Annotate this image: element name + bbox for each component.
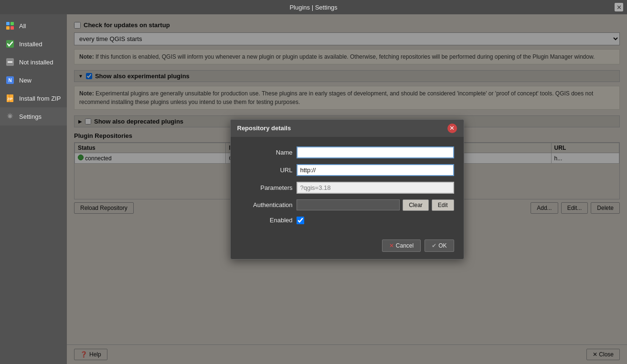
sidebar-item-not-installed[interactable]: Not installed (0, 53, 67, 71)
authentication-row: Authentication Clear Edit (240, 199, 454, 211)
svg-text:ZIP: ZIP (8, 97, 13, 101)
sidebar-label-settings: Settings (19, 113, 42, 120)
enabled-row: Enabled (240, 217, 454, 224)
installed-icon (5, 39, 15, 49)
enabled-checkbox[interactable] (297, 217, 304, 224)
modal-close-button[interactable]: ✕ (447, 124, 457, 133)
sidebar: All Installed Not installed N New ZIP In… (0, 14, 67, 364)
cancel-button[interactable]: ✕ Cancel (382, 239, 421, 252)
sidebar-item-settings[interactable]: Settings (0, 107, 67, 125)
svg-text:N: N (8, 78, 11, 83)
content-area: Check for updates on startup every time … (67, 14, 627, 364)
authentication-input[interactable] (297, 199, 400, 210)
svg-rect-0 (6, 22, 10, 25)
settings-icon (5, 111, 15, 122)
modal-title: Repository details (237, 125, 291, 132)
cancel-label: Cancel (396, 242, 414, 249)
sidebar-item-installed[interactable]: Installed (0, 35, 67, 53)
window-title: Plugins | Settings (289, 4, 337, 11)
sidebar-label-all: All (19, 22, 26, 30)
svg-rect-2 (6, 26, 10, 30)
repository-details-modal: Repository details ✕ Name URL (230, 119, 464, 260)
url-row: URL (240, 164, 454, 176)
edit-auth-button[interactable]: Edit (432, 199, 454, 211)
sidebar-label-not-installed: Not installed (19, 59, 53, 66)
modal-titlebar: Repository details ✕ (231, 120, 464, 137)
modal-body: Name URL Parameters Aut (231, 137, 464, 235)
zip-icon: ZIP (5, 93, 15, 104)
main-container: All Installed Not installed N New ZIP In… (0, 14, 627, 364)
sidebar-label-install-from-zip: Install from ZIP (19, 95, 61, 102)
parameters-input[interactable] (297, 182, 454, 194)
parameters-row: Parameters (240, 182, 454, 194)
window-close-button[interactable]: ✕ (615, 3, 623, 11)
sidebar-item-new[interactable]: N New (0, 71, 67, 89)
ok-label: OK (438, 242, 446, 249)
sidebar-label-new: New (19, 77, 32, 84)
not-installed-icon (5, 57, 15, 67)
sidebar-label-installed: Installed (19, 41, 42, 48)
sidebar-item-all[interactable]: All (0, 17, 67, 35)
puzzle-icon (5, 21, 15, 31)
authentication-label: Authentication (240, 201, 293, 208)
svg-rect-3 (11, 26, 14, 30)
auth-row-content: Clear Edit (297, 199, 454, 211)
sidebar-item-install-from-zip[interactable]: ZIP Install from ZIP (0, 89, 67, 107)
clear-auth-button[interactable]: Clear (403, 199, 429, 211)
titlebar: Plugins | Settings ✕ (0, 0, 627, 14)
url-input[interactable] (297, 164, 454, 176)
parameters-label: Parameters (240, 184, 293, 191)
name-row: Name (240, 146, 454, 158)
name-label: Name (240, 149, 293, 156)
svg-rect-1 (11, 22, 14, 25)
cancel-icon: ✕ (389, 242, 394, 249)
new-icon: N (5, 75, 15, 85)
name-input[interactable] (297, 146, 454, 158)
ok-button[interactable]: ✔ OK (425, 239, 454, 252)
ok-icon: ✔ (432, 242, 436, 249)
url-label: URL (240, 166, 293, 174)
enabled-label: Enabled (240, 217, 293, 224)
modal-overlay: Repository details ✕ Name URL (67, 14, 627, 364)
modal-footer: ✕ Cancel ✔ OK (231, 235, 464, 259)
